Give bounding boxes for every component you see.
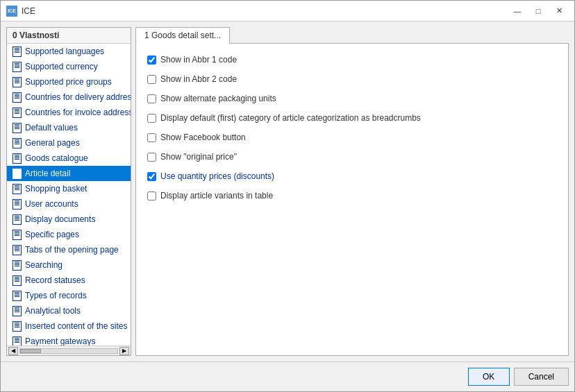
doc-icon — [11, 321, 22, 332]
scroll-left-arrow[interactable]: ◀ — [8, 347, 18, 355]
checkbox-row-display-default: Display default (first) category of arti… — [147, 113, 557, 123]
sidebar-item-label: Display documents — [25, 214, 95, 224]
sidebar-item-label: Types of records — [25, 291, 87, 300]
sidebar-item-label: Specific pages — [25, 230, 79, 239]
checkbox-label-display-article-variants[interactable]: Display article variants in table — [160, 191, 273, 201]
sidebar-item-default-values[interactable]: Default values — [7, 120, 131, 135]
sidebar-item-label: Analytical tools — [25, 306, 81, 316]
doc-icon — [11, 183, 22, 194]
app-icon: ICE — [6, 6, 17, 17]
checkbox-row-show-facebook: Show Facebook button — [147, 133, 557, 142]
sidebar-list: Supported languagesSupported currencySup… — [7, 44, 131, 346]
sidebar-item-label: Countries for invoice address — [25, 108, 131, 117]
sidebar-item-label: Supported price groups — [25, 77, 112, 87]
sidebar: 0 Vlastnosti Supported languagesSupporte… — [6, 27, 131, 356]
doc-icon — [11, 229, 22, 240]
doc-icon — [11, 168, 22, 179]
checkbox-display-article-variants[interactable] — [147, 191, 156, 201]
doc-icon — [11, 137, 22, 148]
scroll-thumb[interactable] — [20, 349, 41, 353]
title-bar-left: ICE ICE — [6, 6, 35, 17]
sidebar-item-article-detail[interactable]: Article detail — [7, 166, 131, 181]
doc-icon — [11, 290, 22, 301]
sidebar-item-label: Shopping basket — [25, 184, 87, 194]
checkbox-label-show-abbr2[interactable]: Show in Abbr 2 code — [160, 74, 237, 84]
sidebar-item-label: Supported languages — [25, 46, 104, 56]
doc-icon — [11, 275, 22, 286]
sidebar-item-label: Payment gateways — [25, 336, 95, 346]
doc-icon — [11, 122, 22, 133]
sidebar-item-label: Tabs of the opening page — [25, 245, 119, 255]
sidebar-item-searching[interactable]: Searching — [7, 257, 131, 273]
sidebar-item-label: General pages — [25, 138, 80, 148]
scroll-right-arrow[interactable]: ▶ — [119, 347, 129, 355]
title-controls: — □ ✕ — [508, 3, 569, 19]
tab-content: Show in Abbr 1 codeShow in Abbr 2 codeSh… — [135, 44, 569, 356]
checkbox-row-use-quantity-prices: Use quantity prices (discounts) — [147, 171, 557, 181]
sidebar-item-analytical-tools[interactable]: Analytical tools — [7, 303, 131, 318]
sidebar-item-label: Goods catalogue — [25, 153, 88, 163]
checkbox-use-quantity-prices[interactable] — [147, 172, 156, 181]
sidebar-item-general-pages[interactable]: General pages — [7, 135, 131, 151]
sidebar-item-tabs-opening[interactable]: Tabs of the opening page — [7, 242, 131, 257]
main-window: ICE ICE — □ ✕ 0 Vlastnosti Supported lan… — [0, 0, 575, 392]
doc-icon — [11, 107, 22, 118]
checkbox-row-show-abbr2: Show in Abbr 2 code — [147, 74, 557, 84]
sidebar-item-label: Countries for delivery address — [25, 92, 131, 102]
close-button[interactable]: ✕ — [549, 3, 569, 19]
footer: OK Cancel — [1, 361, 574, 391]
doc-icon — [11, 336, 22, 346]
sidebar-item-types-of-records[interactable]: Types of records — [7, 288, 131, 303]
sidebar-header: 0 Vlastnosti — [7, 28, 131, 44]
sidebar-item-shopping-basket[interactable]: Shopping basket — [7, 181, 131, 196]
sidebar-item-label: Searching — [25, 260, 62, 270]
checkbox-label-show-alternate[interactable]: Show alternate packaging units — [160, 94, 276, 103]
tab-bar: 1 Goods detail sett... — [135, 27, 569, 44]
sidebar-item-payment-gateways[interactable]: Payment gateways — [7, 334, 131, 346]
checkbox-show-original-price[interactable] — [147, 153, 156, 162]
checkbox-label-use-quantity-prices[interactable]: Use quantity prices (discounts) — [160, 171, 274, 181]
tab-goods-detail[interactable]: 1 Goods detail sett... — [135, 27, 230, 44]
doc-icon — [11, 92, 22, 103]
doc-icon — [11, 305, 22, 316]
maximize-button[interactable]: □ — [528, 3, 548, 19]
sidebar-item-label: Article detail — [25, 169, 70, 178]
checkbox-show-alternate[interactable] — [147, 94, 156, 103]
minimize-button[interactable]: — — [508, 3, 527, 19]
sidebar-item-label: User accounts — [25, 199, 78, 209]
cancel-button[interactable]: Cancel — [514, 368, 569, 386]
sidebar-item-countries-delivery[interactable]: Countries for delivery address — [7, 90, 131, 105]
sidebar-item-countries-invoice[interactable]: Countries for invoice address — [7, 105, 131, 120]
sidebar-item-goods-catalogue[interactable]: Goods catalogue — [7, 151, 131, 166]
checkbox-label-show-abbr1[interactable]: Show in Abbr 1 code — [160, 55, 237, 65]
sidebar-item-label: Default values — [25, 123, 78, 133]
doc-icon — [11, 46, 22, 57]
checkbox-label-show-facebook[interactable]: Show Facebook button — [160, 133, 246, 142]
checkbox-show-abbr2[interactable] — [147, 75, 156, 84]
sidebar-item-supported-price-groups[interactable]: Supported price groups — [7, 74, 131, 90]
sidebar-item-display-documents[interactable]: Display documents — [7, 212, 131, 227]
checkbox-row-display-article-variants: Display article variants in table — [147, 191, 557, 201]
checkbox-label-display-default[interactable]: Display default (first) category of arti… — [160, 113, 421, 123]
sidebar-item-label: Inserted content of the sites — [25, 321, 127, 331]
sidebar-item-label: Record statuses — [25, 275, 85, 285]
checkbox-label-show-original-price[interactable]: Show "original price" — [160, 152, 237, 162]
doc-icon — [11, 259, 22, 271]
sidebar-item-supported-currency[interactable]: Supported currency — [7, 59, 131, 74]
doc-icon — [11, 198, 22, 210]
main-panel: 1 Goods detail sett... Show in Abbr 1 co… — [135, 27, 569, 356]
content-area: 0 Vlastnosti Supported languagesSupporte… — [1, 22, 574, 361]
sidebar-item-specific-pages[interactable]: Specific pages — [7, 227, 131, 242]
checkbox-show-facebook[interactable] — [147, 133, 156, 142]
doc-icon — [11, 76, 22, 87]
checkbox-show-abbr1[interactable] — [147, 56, 156, 65]
doc-icon — [11, 153, 22, 164]
sidebar-item-user-accounts[interactable]: User accounts — [7, 196, 131, 212]
scroll-track — [19, 348, 118, 354]
sidebar-item-record-statuses[interactable]: Record statuses — [7, 273, 131, 288]
checkbox-display-default[interactable] — [147, 114, 156, 123]
doc-icon — [11, 214, 22, 225]
ok-button[interactable]: OK — [468, 368, 510, 386]
sidebar-item-inserted-content[interactable]: Inserted content of the sites — [7, 318, 131, 334]
sidebar-item-supported-languages[interactable]: Supported languages — [7, 44, 131, 59]
